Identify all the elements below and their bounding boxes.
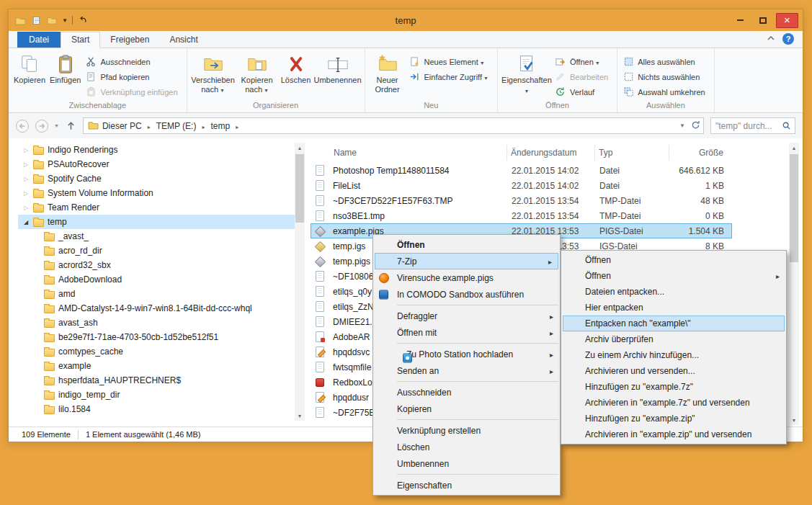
file-list-scrollbar[interactable]	[789, 143, 799, 425]
breadcrumb-item[interactable]: Dieser PC	[100, 120, 144, 133]
tree-item[interactable]: AMD-Catalyst-14-9-win7-win8.1-64Bit-dd-c…	[18, 301, 295, 316]
submenu-item[interactable]: Hinzufügen zu "example.7z"	[561, 379, 786, 395]
context-menu-item[interactable]: Öffnen mit	[373, 324, 560, 341]
paste-shortcut-button[interactable]: Verknüpfung einfügen	[83, 84, 183, 99]
rename-button[interactable]: Umbenennen	[314, 50, 362, 100]
sidebar-scrollbar[interactable]	[295, 143, 305, 421]
paste-button[interactable]: Einfügen	[48, 50, 83, 100]
expander-icon[interactable]	[22, 161, 30, 168]
search-icon[interactable]	[782, 121, 795, 130]
search-input[interactable]	[711, 121, 782, 131]
tree-item[interactable]: acrord32_sbx	[18, 258, 295, 272]
forward-button[interactable]	[34, 118, 50, 134]
submenu-item[interactable]: Entpacken nach "example\"	[563, 316, 785, 331]
file-row[interactable]: FileList 22.01.2015 14:02 Datei 1 KB	[311, 178, 732, 193]
delete-button[interactable]: Löschen	[278, 50, 314, 100]
tree-item[interactable]: indigo_temp_dir	[18, 388, 295, 402]
back-button[interactable]	[14, 118, 30, 134]
qat-new-folder-button[interactable]	[46, 14, 58, 26]
breadcrumb-item[interactable]: TEMP (E:)	[154, 120, 199, 133]
maximize-button[interactable]	[751, 13, 774, 28]
recent-locations-chevron-icon[interactable]: ▼	[53, 123, 60, 128]
context-menu-item[interactable]: Defraggler	[373, 308, 560, 324]
minimize-ribbon-chevron-icon[interactable]	[767, 34, 775, 44]
tab-freigeben[interactable]: Freigeben	[100, 32, 159, 48]
tree-item[interactable]: example	[18, 359, 295, 373]
submenu-item[interactable]: Hier entpacken	[561, 300, 786, 316]
submenu-item[interactable]: Archiv überprüfen	[561, 331, 786, 347]
qat-properties-button[interactable]	[30, 14, 42, 26]
expander-icon[interactable]	[22, 219, 30, 225]
up-button[interactable]	[63, 118, 79, 134]
tree-item[interactable]: AdobeDownload	[18, 272, 295, 287]
context-menu-item[interactable]: Zu Photo Station hochladen	[373, 346, 560, 362]
tab-ansicht[interactable]: Ansicht	[159, 32, 208, 48]
tree-item[interactable]: Spotify Cache	[18, 171, 295, 186]
file-row[interactable]: Photoshop Temp11488011584 22.01.2015 14:…	[311, 163, 732, 178]
copy-button[interactable]: Kopieren	[12, 50, 48, 100]
context-menu-item[interactable]: Verknüpfung erstellen	[373, 422, 560, 439]
tree-item[interactable]: _avast_	[18, 229, 295, 243]
file-row[interactable]: nso3BE1.tmp 22.01.2015 13:54 TMP-Datei 0…	[311, 208, 732, 223]
file-list-scrollbar-thumb[interactable]	[790, 154, 798, 262]
submenu-item[interactable]: Öffnen	[561, 252, 786, 268]
close-button[interactable]	[776, 13, 798, 28]
sidebar-scrollbar-thumb[interactable]	[295, 154, 304, 223]
invert-selection-button[interactable]: Auswahl umkehren	[620, 84, 711, 99]
context-menu-item[interactable]: Eigenschaften	[373, 477, 560, 493]
submenu-item[interactable]: Öffnen	[561, 268, 786, 284]
context-menu-item[interactable]: Umbenennen	[373, 455, 560, 472]
new-folder-button[interactable]: Neuer Ordner	[368, 50, 407, 100]
column-header-name[interactable]: Name	[313, 148, 508, 158]
context-menu-item[interactable]: Öffnen	[373, 236, 560, 253]
breadcrumb-item[interactable]: temp	[208, 120, 232, 133]
edit-button[interactable]: Bearbeiten	[553, 69, 614, 84]
history-button[interactable]: Verlauf	[553, 84, 614, 99]
select-none-button[interactable]: Nichts auswählen	[620, 69, 711, 84]
tree-item[interactable]: hsperfdata_HAUPTRECHNER$	[18, 373, 295, 388]
copy-path-button[interactable]: Pfad kopieren	[83, 69, 183, 84]
submenu-item[interactable]: Archivieren und versenden...	[561, 363, 786, 379]
cut-button[interactable]: Ausschneiden	[83, 54, 183, 69]
tree-item[interactable]: Team Render	[18, 200, 295, 215]
address-history-chevron-icon[interactable]: ▼	[675, 122, 690, 129]
expander-icon[interactable]	[22, 190, 30, 197]
help-button[interactable]: ?	[782, 33, 794, 45]
column-header-size[interactable]: Größe	[670, 148, 728, 158]
submenu-item[interactable]: Zu einem Archiv hinzufügen...	[561, 347, 786, 363]
scroll-up-icon[interactable]	[295, 143, 305, 153]
submenu-item[interactable]: Hinzufügen zu "example.zip"	[561, 411, 786, 426]
tab-start[interactable]: Start	[61, 32, 100, 48]
context-menu-item[interactable]: Senden an	[373, 362, 560, 379]
column-header-type[interactable]: Typ	[596, 148, 670, 158]
move-to-button[interactable]: Verschieben nach	[190, 50, 236, 100]
select-all-button[interactable]: Alles auswählen	[620, 54, 711, 69]
tree-item[interactable]: comtypes_cache	[18, 344, 295, 359]
tree-item[interactable]: Indigo Renderings	[18, 143, 295, 157]
refresh-button[interactable]	[691, 120, 700, 132]
context-menu-item[interactable]: Virensuche example.pigs	[373, 269, 560, 286]
submenu-item[interactable]: Archivieren in "example.zip" und versend…	[561, 426, 786, 442]
breadcrumb-chevron-icon[interactable]	[144, 121, 154, 131]
properties-button[interactable]: Eigenschaften	[501, 50, 553, 100]
easy-access-button[interactable]: Einfacher Zugriff	[407, 69, 494, 84]
tree-item[interactable]: lilo.1584	[18, 402, 295, 416]
submenu-item[interactable]: Dateien entpacken...	[561, 284, 786, 300]
tree-item[interactable]: PSAutoRecover	[18, 157, 295, 171]
submenu-item[interactable]: Archivieren in "example.7z" und versende…	[561, 395, 786, 411]
minimize-button[interactable]	[729, 13, 751, 28]
scroll-up-icon[interactable]	[789, 143, 799, 153]
expander-icon[interactable]	[22, 205, 30, 211]
tab-datei[interactable]: Datei	[17, 32, 61, 48]
qat-undo-button[interactable]	[77, 14, 89, 26]
context-menu-item[interactable]: Kopieren	[373, 401, 560, 417]
breadcrumb-chevron-icon[interactable]	[232, 121, 242, 131]
scroll-down-icon[interactable]	[789, 415, 799, 425]
qat-customize-chevron-icon[interactable]: ▼	[62, 17, 68, 24]
file-row[interactable]: ~DF3CE7D522F1E57F63.TMP 22.01.2015 13:54…	[311, 193, 732, 208]
open-button[interactable]: Öffnen	[553, 54, 614, 69]
copy-to-button[interactable]: Kopieren nach	[236, 50, 278, 100]
context-menu-item[interactable]: 7-Zip	[375, 253, 558, 269]
tree-item[interactable]: avast_ash	[18, 316, 295, 330]
context-menu-item[interactable]: Löschen	[373, 439, 560, 455]
